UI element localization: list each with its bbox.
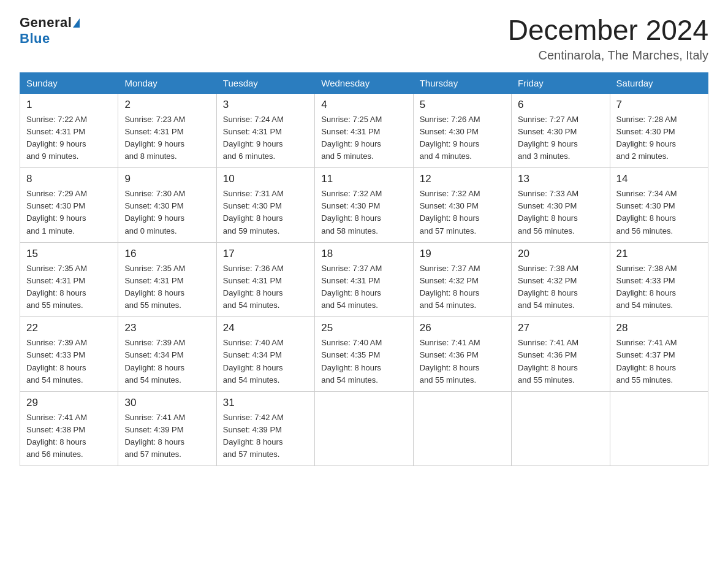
- day-info: Sunrise: 7:40 AMSunset: 4:34 PMDaylight:…: [223, 337, 308, 386]
- calendar-cell: 13Sunrise: 7:33 AMSunset: 4:30 PMDayligh…: [512, 168, 610, 243]
- calendar-cell: 25Sunrise: 7:40 AMSunset: 4:35 PMDayligh…: [315, 317, 413, 392]
- calendar-cell: 20Sunrise: 7:38 AMSunset: 4:32 PMDayligh…: [512, 242, 610, 317]
- day-number: 15: [26, 248, 112, 260]
- day-number: 22: [26, 322, 112, 334]
- day-info: Sunrise: 7:34 AMSunset: 4:30 PMDaylight:…: [616, 188, 702, 237]
- day-number: 8: [26, 173, 112, 185]
- calendar-cell: 27Sunrise: 7:41 AMSunset: 4:36 PMDayligh…: [512, 317, 610, 392]
- day-info: Sunrise: 7:41 AMSunset: 4:36 PMDaylight:…: [420, 337, 505, 386]
- calendar-cell: 5Sunrise: 7:26 AMSunset: 4:30 PMDaylight…: [413, 93, 511, 168]
- day-info: Sunrise: 7:41 AMSunset: 4:39 PMDaylight:…: [124, 412, 210, 461]
- logo: General Blue: [20, 15, 80, 47]
- day-number: 12: [420, 173, 505, 185]
- calendar-cell: 31Sunrise: 7:42 AMSunset: 4:39 PMDayligh…: [216, 391, 314, 466]
- calendar-cell: 19Sunrise: 7:37 AMSunset: 4:32 PMDayligh…: [413, 242, 511, 317]
- calendar-cell: 16Sunrise: 7:35 AMSunset: 4:31 PMDayligh…: [118, 242, 216, 317]
- day-number: 19: [420, 248, 505, 260]
- day-number: 5: [420, 99, 505, 111]
- calendar-cell: [315, 391, 413, 466]
- calendar-week-row: 22Sunrise: 7:39 AMSunset: 4:33 PMDayligh…: [20, 317, 708, 392]
- calendar-cell: 6Sunrise: 7:27 AMSunset: 4:30 PMDaylight…: [512, 93, 610, 168]
- day-number: 10: [223, 173, 308, 185]
- calendar-cell: 9Sunrise: 7:30 AMSunset: 4:30 PMDaylight…: [118, 168, 216, 243]
- page-header: General Blue December 2024 Centinarola, …: [20, 15, 708, 63]
- calendar-cell: 30Sunrise: 7:41 AMSunset: 4:39 PMDayligh…: [118, 391, 216, 466]
- calendar-cell: [610, 391, 708, 466]
- day-info: Sunrise: 7:29 AMSunset: 4:30 PMDaylight:…: [26, 188, 112, 237]
- calendar-cell: 29Sunrise: 7:41 AMSunset: 4:38 PMDayligh…: [20, 391, 118, 466]
- day-info: Sunrise: 7:41 AMSunset: 4:37 PMDaylight:…: [616, 337, 702, 386]
- calendar-header-row: SundayMondayTuesdayWednesdayThursdayFrid…: [20, 72, 708, 93]
- day-number: 14: [616, 173, 702, 185]
- day-info: Sunrise: 7:37 AMSunset: 4:31 PMDaylight:…: [321, 262, 406, 312]
- day-number: 30: [124, 397, 210, 409]
- day-number: 20: [518, 248, 603, 260]
- day-info: Sunrise: 7:36 AMSunset: 4:31 PMDaylight:…: [223, 262, 308, 312]
- weekday-header-sunday: Sunday: [20, 72, 118, 93]
- day-info: Sunrise: 7:26 AMSunset: 4:30 PMDaylight:…: [420, 113, 505, 163]
- day-number: 23: [124, 322, 210, 334]
- day-info: Sunrise: 7:37 AMSunset: 4:32 PMDaylight:…: [420, 262, 505, 312]
- day-number: 4: [321, 99, 406, 111]
- day-info: Sunrise: 7:33 AMSunset: 4:30 PMDaylight:…: [518, 188, 603, 237]
- title-block: December 2024 Centinarola, The Marches, …: [508, 15, 708, 63]
- calendar-cell: 18Sunrise: 7:37 AMSunset: 4:31 PMDayligh…: [315, 242, 413, 317]
- calendar-cell: 17Sunrise: 7:36 AMSunset: 4:31 PMDayligh…: [216, 242, 314, 317]
- day-info: Sunrise: 7:39 AMSunset: 4:34 PMDaylight:…: [124, 337, 210, 386]
- day-number: 28: [616, 322, 702, 334]
- calendar-cell: [413, 391, 511, 466]
- calendar-cell: 7Sunrise: 7:28 AMSunset: 4:30 PMDaylight…: [610, 93, 708, 168]
- calendar-cell: 4Sunrise: 7:25 AMSunset: 4:31 PMDaylight…: [315, 93, 413, 168]
- calendar-cell: 8Sunrise: 7:29 AMSunset: 4:30 PMDaylight…: [20, 168, 118, 243]
- weekday-header-thursday: Thursday: [413, 72, 511, 93]
- calendar-cell: 12Sunrise: 7:32 AMSunset: 4:30 PMDayligh…: [413, 168, 511, 243]
- day-info: Sunrise: 7:24 AMSunset: 4:31 PMDaylight:…: [223, 113, 308, 163]
- day-info: Sunrise: 7:40 AMSunset: 4:35 PMDaylight:…: [321, 337, 406, 386]
- calendar-cell: 14Sunrise: 7:34 AMSunset: 4:30 PMDayligh…: [610, 168, 708, 243]
- day-info: Sunrise: 7:39 AMSunset: 4:33 PMDaylight:…: [26, 337, 112, 386]
- page-subtitle: Centinarola, The Marches, Italy: [508, 48, 708, 63]
- calendar-cell: 11Sunrise: 7:32 AMSunset: 4:30 PMDayligh…: [315, 168, 413, 243]
- calendar-cell: 24Sunrise: 7:40 AMSunset: 4:34 PMDayligh…: [216, 317, 314, 392]
- calendar-cell: 28Sunrise: 7:41 AMSunset: 4:37 PMDayligh…: [610, 317, 708, 392]
- day-number: 7: [616, 99, 702, 111]
- day-number: 21: [616, 248, 702, 260]
- day-info: Sunrise: 7:32 AMSunset: 4:30 PMDaylight:…: [321, 188, 406, 237]
- day-number: 16: [124, 248, 210, 260]
- calendar-week-row: 1Sunrise: 7:22 AMSunset: 4:31 PMDaylight…: [20, 93, 708, 168]
- weekday-header-friday: Friday: [512, 72, 610, 93]
- day-number: 13: [518, 173, 603, 185]
- calendar-cell: 21Sunrise: 7:38 AMSunset: 4:33 PMDayligh…: [610, 242, 708, 317]
- day-info: Sunrise: 7:35 AMSunset: 4:31 PMDaylight:…: [26, 262, 112, 312]
- day-number: 1: [26, 99, 112, 111]
- day-info: Sunrise: 7:27 AMSunset: 4:30 PMDaylight:…: [518, 113, 603, 163]
- day-number: 25: [321, 322, 406, 334]
- day-number: 26: [420, 322, 505, 334]
- calendar-week-row: 29Sunrise: 7:41 AMSunset: 4:38 PMDayligh…: [20, 391, 708, 466]
- day-number: 2: [124, 99, 210, 111]
- day-info: Sunrise: 7:35 AMSunset: 4:31 PMDaylight:…: [124, 262, 210, 312]
- weekday-header-tuesday: Tuesday: [216, 72, 314, 93]
- calendar-week-row: 15Sunrise: 7:35 AMSunset: 4:31 PMDayligh…: [20, 242, 708, 317]
- day-number: 6: [518, 99, 603, 111]
- calendar-cell: 15Sunrise: 7:35 AMSunset: 4:31 PMDayligh…: [20, 242, 118, 317]
- day-info: Sunrise: 7:30 AMSunset: 4:30 PMDaylight:…: [124, 188, 210, 237]
- day-number: 9: [124, 173, 210, 185]
- weekday-header-wednesday: Wednesday: [315, 72, 413, 93]
- calendar-cell: 1Sunrise: 7:22 AMSunset: 4:31 PMDaylight…: [20, 93, 118, 168]
- calendar-cell: 3Sunrise: 7:24 AMSunset: 4:31 PMDaylight…: [216, 93, 314, 168]
- logo-triangle-icon: [73, 18, 80, 28]
- day-info: Sunrise: 7:32 AMSunset: 4:30 PMDaylight:…: [420, 188, 505, 237]
- day-number: 11: [321, 173, 406, 185]
- weekday-header-saturday: Saturday: [610, 72, 708, 93]
- calendar-cell: 2Sunrise: 7:23 AMSunset: 4:31 PMDaylight…: [118, 93, 216, 168]
- day-info: Sunrise: 7:31 AMSunset: 4:30 PMDaylight:…: [223, 188, 308, 237]
- day-info: Sunrise: 7:22 AMSunset: 4:31 PMDaylight:…: [26, 113, 112, 163]
- day-info: Sunrise: 7:42 AMSunset: 4:39 PMDaylight:…: [223, 412, 308, 461]
- page-title: December 2024: [508, 15, 708, 46]
- day-info: Sunrise: 7:41 AMSunset: 4:38 PMDaylight:…: [26, 412, 112, 461]
- calendar-table: SundayMondayTuesdayWednesdayThursdayFrid…: [20, 72, 708, 467]
- day-info: Sunrise: 7:25 AMSunset: 4:31 PMDaylight:…: [321, 113, 406, 163]
- day-info: Sunrise: 7:38 AMSunset: 4:32 PMDaylight:…: [518, 262, 603, 312]
- day-info: Sunrise: 7:41 AMSunset: 4:36 PMDaylight:…: [518, 337, 603, 386]
